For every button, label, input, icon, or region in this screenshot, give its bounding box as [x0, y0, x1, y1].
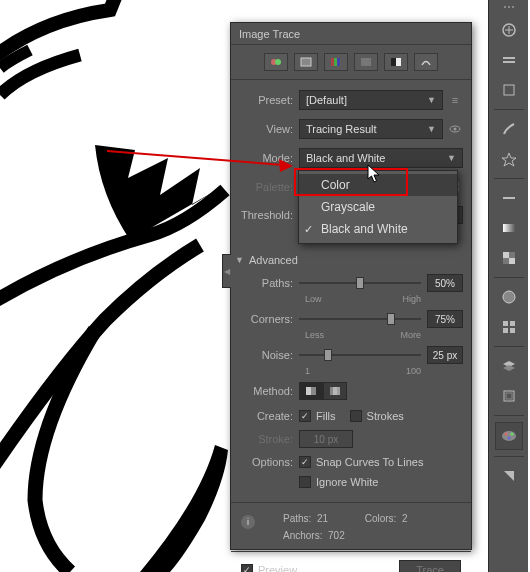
svg-rect-10: [396, 58, 401, 66]
svg-rect-7: [337, 58, 340, 66]
panel-titlebar[interactable]: Image Trace: [231, 23, 471, 45]
corners-label: Corners:: [239, 313, 299, 325]
svg-rect-18: [311, 387, 316, 395]
method-label: Method:: [239, 385, 299, 397]
view-label: View:: [239, 123, 299, 135]
chevron-down-icon: ▼: [427, 95, 436, 105]
svg-rect-4: [301, 58, 311, 66]
noise-value[interactable]: 25 px: [427, 346, 463, 364]
svg-rect-31: [509, 252, 515, 258]
dock-brushes-icon[interactable]: [495, 115, 523, 143]
svg-rect-37: [510, 328, 515, 333]
mode-option-color[interactable]: Color: [299, 174, 457, 196]
snap-curves-checkbox[interactable]: [299, 456, 311, 468]
noise-slider[interactable]: [299, 346, 421, 364]
dock-color-icon[interactable]: [495, 422, 523, 450]
dock-transparency-icon[interactable]: [495, 244, 523, 272]
svg-rect-34: [503, 321, 508, 326]
stroke-width-value: 10 px: [299, 430, 353, 448]
preset-grayscale-icon[interactable]: [354, 53, 378, 71]
svg-point-12: [454, 128, 457, 131]
dock-button-1[interactable]: [495, 16, 523, 44]
mode-option-grayscale[interactable]: Grayscale: [299, 196, 457, 218]
mode-label: Mode:: [239, 152, 299, 164]
preset-high-color-icon[interactable]: [294, 53, 318, 71]
mode-dropdown-menu: Color Grayscale ✓Black and White: [298, 170, 458, 244]
preset-dropdown[interactable]: [Default]▼: [299, 90, 443, 110]
method-overlapping-button[interactable]: [323, 382, 347, 400]
ignore-white-checkbox[interactable]: [299, 476, 311, 488]
preset-outline-icon[interactable]: [414, 53, 438, 71]
stroke-width-label: Stroke:: [239, 433, 299, 445]
preview-checkbox[interactable]: [241, 564, 253, 572]
svg-rect-17: [306, 387, 311, 395]
panel-title-text: Image Trace: [239, 23, 300, 45]
svg-point-42: [510, 433, 513, 436]
dock-graphic-styles-icon[interactable]: [495, 313, 523, 341]
view-eye-icon[interactable]: [447, 121, 463, 137]
paths-slider[interactable]: [299, 274, 421, 292]
preset-menu-icon[interactable]: ≡: [447, 92, 463, 108]
svg-point-43: [507, 437, 510, 440]
svg-rect-39: [506, 393, 512, 399]
create-label: Create:: [239, 410, 299, 422]
svg-rect-28: [503, 224, 515, 232]
dock-button-2[interactable]: [495, 46, 523, 74]
disclosure-triangle-icon: ▼: [235, 255, 244, 265]
svg-rect-35: [510, 321, 515, 326]
svg-rect-5: [331, 58, 334, 66]
corners-value[interactable]: 75%: [427, 310, 463, 328]
preset-black-white-icon[interactable]: [384, 53, 408, 71]
dock-layers-icon[interactable]: [495, 352, 523, 380]
svg-rect-30: [509, 258, 515, 264]
svg-point-33: [503, 291, 515, 303]
svg-rect-20: [333, 387, 340, 395]
svg-rect-27: [503, 197, 515, 199]
right-dock: [488, 0, 528, 572]
dock-stroke-icon[interactable]: [495, 184, 523, 212]
svg-rect-8: [361, 58, 371, 66]
svg-rect-6: [334, 58, 337, 66]
dock-drag-handle[interactable]: [494, 6, 524, 12]
threshold-label: Threshold:: [239, 209, 299, 221]
chevron-down-icon: ▼: [447, 153, 456, 163]
method-abutting-button[interactable]: [299, 382, 323, 400]
trace-stats: i Paths: 21 Anchors: 702 Colors: 2: [231, 502, 471, 551]
corners-slider[interactable]: [299, 310, 421, 328]
panel-collapse-tab[interactable]: ◀: [222, 254, 231, 288]
info-icon: i: [241, 515, 255, 529]
paths-value[interactable]: 50%: [427, 274, 463, 292]
preset-label: Preset:: [239, 94, 299, 106]
preset-auto-color-icon[interactable]: [264, 53, 288, 71]
trace-button: Trace: [399, 560, 461, 572]
svg-point-3: [275, 59, 281, 65]
dock-appearance-icon[interactable]: [495, 283, 523, 311]
svg-point-41: [504, 433, 507, 436]
view-dropdown[interactable]: Tracing Result▼: [299, 119, 443, 139]
dock-swatches-icon[interactable]: [495, 462, 523, 490]
svg-rect-25: [503, 61, 515, 63]
mode-dropdown[interactable]: Black and White▼: [299, 148, 463, 168]
svg-rect-9: [391, 58, 396, 66]
check-icon: ✓: [304, 223, 313, 236]
dock-button-3[interactable]: [495, 76, 523, 104]
paths-label: Paths:: [239, 277, 299, 289]
trace-presets-row: [231, 45, 471, 80]
preset-low-color-icon[interactable]: [324, 53, 348, 71]
dock-artboards-icon[interactable]: [495, 382, 523, 410]
options-label: Options:: [239, 456, 299, 468]
svg-rect-36: [503, 328, 508, 333]
svg-rect-29: [503, 252, 509, 258]
svg-rect-24: [503, 57, 515, 59]
image-trace-panel: ◀ Image Trace Preset: [Default]▼ ≡ View:…: [230, 22, 472, 550]
noise-label: Noise:: [239, 349, 299, 361]
mode-option-bw[interactable]: ✓Black and White: [299, 218, 457, 240]
strokes-checkbox[interactable]: [350, 410, 362, 422]
palette-label: Palette:: [239, 181, 299, 193]
dock-symbols-icon[interactable]: [495, 145, 523, 173]
chevron-down-icon: ▼: [427, 124, 436, 134]
fills-checkbox[interactable]: [299, 410, 311, 422]
svg-rect-26: [504, 85, 514, 95]
dock-gradient-icon[interactable]: [495, 214, 523, 242]
advanced-disclosure[interactable]: ▼ Advanced: [231, 248, 471, 270]
